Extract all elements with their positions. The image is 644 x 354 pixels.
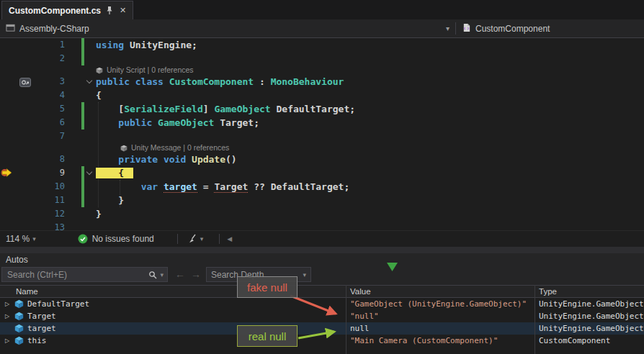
breakpoint-margin[interactable] bbox=[0, 88, 17, 102]
column-header-value[interactable]: Value bbox=[350, 287, 371, 296]
chevron-down-icon: ▾ bbox=[303, 271, 306, 278]
code-line[interactable]: 6 public GameObject Target; bbox=[0, 116, 644, 130]
code-line[interactable]: 12} bbox=[0, 207, 644, 221]
breakpoint-margin[interactable] bbox=[0, 102, 17, 116]
variable-row[interactable]: targetnullUnityEngine.GameObject bbox=[0, 322, 644, 335]
code-line[interactable]: 4{ bbox=[0, 88, 644, 102]
line-number[interactable]: 2 bbox=[17, 52, 65, 65]
type-cell: UnityEngine.GameObject bbox=[535, 299, 644, 309]
codelens[interactable]: Unity Message | 0 references bbox=[0, 143, 644, 153]
code-line[interactable]: 13 bbox=[0, 221, 644, 230]
horizontal-scrollbar[interactable] bbox=[232, 231, 644, 247]
code-line[interactable]: 8 private void Update() bbox=[0, 153, 644, 166]
zoom-control[interactable]: 114 % ▾ bbox=[6, 234, 36, 244]
line-number[interactable]: 13 bbox=[17, 221, 65, 230]
project-name: Assembly-CSharp bbox=[19, 24, 89, 34]
close-icon[interactable]: ✕ bbox=[120, 6, 126, 15]
breakpoint-margin[interactable] bbox=[0, 116, 17, 130]
code-line[interactable]: 2 bbox=[0, 52, 644, 65]
breakpoint-margin[interactable] bbox=[0, 38, 17, 52]
code-token: { bbox=[96, 90, 102, 101]
line-number[interactable]: 6 bbox=[17, 116, 65, 130]
variable-row[interactable]: ▷Target"null"UnityEngine.GameObject bbox=[0, 310, 644, 322]
line-number[interactable]: 7 bbox=[17, 130, 65, 143]
object-icon bbox=[14, 312, 24, 321]
pin-icon[interactable] bbox=[106, 6, 113, 15]
panel-splitter[interactable] bbox=[0, 247, 644, 253]
column-divider[interactable] bbox=[346, 285, 346, 354]
line-number[interactable]: 5 bbox=[17, 102, 65, 116]
project-dropdown[interactable]: Assembly-CSharp ▾ bbox=[0, 19, 455, 37]
code-text: [SerializeField] GameObject DefaultTarge… bbox=[96, 102, 644, 116]
chevron-down-icon: ▾ bbox=[32, 235, 36, 242]
line-number[interactable]: 4 bbox=[17, 88, 65, 102]
code-token: { bbox=[96, 168, 133, 178]
variable-name: DefaultTarget bbox=[27, 299, 89, 309]
fold-marker bbox=[84, 116, 96, 130]
breakpoint-margin[interactable] bbox=[0, 130, 17, 143]
health-text: No issues found bbox=[92, 234, 154, 244]
code-line[interactable]: 11 } bbox=[0, 194, 644, 207]
type-dropdown[interactable]: CustomComponent bbox=[456, 19, 644, 37]
code-health-indicator[interactable]: No issues found bbox=[78, 234, 154, 244]
variable-row[interactable]: ▷this"Main Camera (CustomComponent)"Cust… bbox=[0, 335, 644, 347]
code-token bbox=[158, 181, 164, 192]
breakpoint-margin[interactable] bbox=[0, 153, 17, 166]
code-text: { bbox=[96, 88, 644, 102]
code-token: SerializeField bbox=[124, 104, 203, 114]
column-header-name[interactable]: Name bbox=[16, 287, 38, 296]
chevron-down-icon bbox=[86, 78, 92, 83]
column-divider[interactable] bbox=[535, 285, 535, 354]
code-line[interactable]: 7 bbox=[0, 130, 644, 143]
fold-marker bbox=[84, 207, 96, 221]
code-cleanup-button[interactable] bbox=[188, 234, 198, 244]
code-line[interactable]: 3public class CustomComponent : MonoBeha… bbox=[0, 75, 644, 88]
breakpoint-margin[interactable] bbox=[0, 166, 17, 180]
variable-value: null bbox=[350, 324, 370, 333]
chevron-down-icon[interactable]: ▾ bbox=[160, 271, 164, 278]
variable-value: "Main Camera (CustomComponent)" bbox=[350, 336, 498, 345]
search-next-button[interactable]: → bbox=[191, 268, 201, 280]
line-number[interactable]: 9 bbox=[17, 166, 65, 180]
search-prev-button[interactable]: ← bbox=[175, 268, 185, 280]
line-number[interactable]: 10 bbox=[17, 180, 65, 194]
fold-marker[interactable] bbox=[84, 166, 96, 180]
codelens[interactable]: Unity Script | 0 references bbox=[0, 65, 644, 75]
breakpoint-margin[interactable] bbox=[0, 194, 17, 207]
fold-marker bbox=[84, 130, 96, 143]
chevron-down-icon[interactable]: ▾ bbox=[200, 235, 204, 242]
line-number[interactable]: 8 bbox=[17, 153, 65, 166]
search-icon[interactable] bbox=[148, 271, 157, 279]
variable-name: this bbox=[27, 336, 47, 345]
type-cell: CustomComponent bbox=[535, 336, 644, 345]
line-number[interactable]: 1 bbox=[17, 38, 65, 52]
row-expander[interactable]: ▷ bbox=[5, 337, 14, 344]
tab-customcomponent[interactable]: CustomComponent.cs ✕ bbox=[1, 1, 133, 19]
scrollbar-left-arrow[interactable]: ◀ bbox=[227, 235, 232, 242]
variable-type: UnityEngine.GameObject bbox=[539, 312, 644, 321]
code-token: : bbox=[254, 76, 270, 87]
check-icon bbox=[78, 234, 88, 244]
search-input[interactable] bbox=[6, 269, 146, 281]
breakpoint-margin[interactable] bbox=[0, 221, 17, 230]
breakpoint-margin[interactable] bbox=[0, 207, 17, 221]
panel-title[interactable]: Autos bbox=[6, 255, 28, 265]
breakpoint-margin[interactable] bbox=[0, 52, 17, 65]
code-line[interactable]: 10 var target = Target ?? DefaultTarget; bbox=[0, 180, 644, 194]
line-number[interactable]: 11 bbox=[17, 194, 65, 207]
row-expander[interactable]: ▷ bbox=[5, 313, 14, 319]
code-line[interactable]: 1using UnityEngine; bbox=[0, 38, 644, 52]
fold-marker[interactable] bbox=[84, 75, 96, 88]
divider bbox=[219, 234, 220, 244]
breakpoint-margin[interactable] bbox=[0, 180, 17, 194]
code-line[interactable]: 9 { bbox=[0, 166, 644, 180]
row-expander[interactable]: ▷ bbox=[5, 301, 14, 307]
column-header-type[interactable]: Type bbox=[539, 287, 557, 296]
code-line[interactable]: 5 [SerializeField] GameObject DefaultTar… bbox=[0, 102, 644, 116]
variable-row[interactable]: ▷DefaultTarget"GameObject (UnityEngine.G… bbox=[0, 298, 644, 310]
fold-marker bbox=[84, 194, 96, 207]
breakpoint-margin[interactable] bbox=[0, 75, 17, 88]
code-editor[interactable]: 1using UnityEngine;2Unity Script | 0 ref… bbox=[0, 38, 644, 230]
chevron-down-icon bbox=[86, 169, 92, 175]
line-number[interactable]: 12 bbox=[17, 207, 65, 221]
